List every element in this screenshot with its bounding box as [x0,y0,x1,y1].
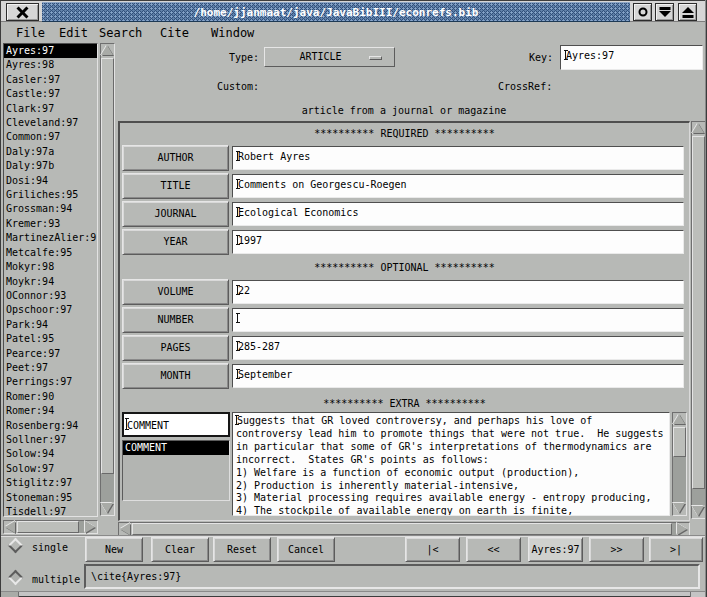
scrollbar-thumb[interactable] [692,136,705,489]
multiple-radio[interactable] [8,570,24,586]
reference-list-item[interactable]: Metcalfe:95 [4,246,97,260]
scroll-left-arrow[interactable] [120,523,130,535]
scroll-left-arrow[interactable] [5,521,15,533]
scrollbar-thumb[interactable] [673,427,686,457]
form-horizontal-scrollbar[interactable] [118,522,690,536]
reference-list-item[interactable]: Common:97 [4,130,97,144]
list-horizontal-scrollbar[interactable] [3,520,98,534]
field-input-volume[interactable]: 22 [232,280,684,304]
reference-list-item[interactable]: Rosenberg:94 [4,419,97,433]
reference-list-item[interactable]: Patel:95 [4,332,97,346]
window-frame-bottom[interactable] [1,591,707,597]
minimize-button[interactable] [655,3,674,21]
scrollbar-trough[interactable] [673,457,686,502]
comment-textarea[interactable]: Suggests that GR loved controversy, and … [232,412,670,516]
field-label-title[interactable]: TITLE [122,173,229,199]
cite-input[interactable]: \cite{Ayres:97} [84,564,700,589]
reference-list-item[interactable]: Perrings:97 [4,375,97,389]
scroll-up-arrow[interactable] [101,45,113,55]
reference-list-item[interactable]: Daly:97a [4,145,97,159]
scrollbar-trough[interactable] [692,489,705,505]
menu-window[interactable]: Window [211,23,254,43]
reference-list-item[interactable]: Kremer:93 [4,217,97,231]
menu-search[interactable]: Search [99,23,142,43]
reference-list-item[interactable]: OConnor:93 [4,289,97,303]
reset-button[interactable]: Reset [213,537,271,562]
reference-list-item[interactable]: Daly:97b [4,159,97,173]
reference-list-item[interactable]: MartinezAlier:9 [4,231,97,245]
clear-button[interactable]: Clear [151,537,209,562]
scrollbar-trough[interactable] [79,521,84,533]
window-menu-button[interactable] [633,3,652,21]
field-label-author[interactable]: AUTHOR [122,145,229,171]
field-input-year[interactable]: 1997 [232,230,684,254]
comment-vertical-scrollbar[interactable] [672,412,687,516]
scrollbar-trough[interactable] [101,474,114,502]
scrollbar-thumb[interactable] [132,523,672,535]
field-input-title[interactable]: Comments on Georgescu-Roegen [232,174,684,198]
close-button[interactable] [6,3,39,21]
nav-next-button[interactable]: >> [589,537,644,562]
reference-list-item[interactable]: Ayres:97 [4,44,97,58]
reference-list-item[interactable]: Sollner:97 [4,433,97,447]
scrollbar-thumb[interactable] [17,521,79,533]
field-input-month[interactable]: September [232,364,684,388]
window-title[interactable]: /home/jjanmaat/java/JavaBibIII/econrefs.… [42,2,630,22]
reference-list-item[interactable]: Clark:97 [4,102,97,116]
reference-list-item[interactable]: Grossman:94 [4,202,97,216]
reference-list-item[interactable]: Romer:90 [4,390,97,404]
reference-list-item[interactable]: Tisdell:97 [4,505,97,517]
window-resize-corner-bottom-left[interactable] [1,592,19,597]
field-label-year[interactable]: YEAR [122,229,229,255]
scroll-down-arrow[interactable] [673,503,685,513]
scroll-up-arrow[interactable] [673,414,685,424]
reference-list-item[interactable]: Romer:94 [4,404,97,418]
titlebar[interactable]: /home/jjanmaat/java/JavaBibIII/econrefs.… [1,0,706,22]
field-input-number[interactable] [232,308,684,332]
menu-cite[interactable]: Cite [160,23,189,43]
scrollbar-trough[interactable] [672,523,676,535]
reference-list-item[interactable]: Pearce:97 [4,347,97,361]
field-label-number[interactable]: NUMBER [122,307,229,333]
field-input-author[interactable]: Robert Ayres [232,146,684,170]
nav-previous-button[interactable]: << [466,537,521,562]
form-vertical-scrollbar[interactable] [691,121,706,519]
reference-list-item[interactable]: Opschoor:97 [4,303,97,317]
reference-list-item[interactable]: Solow:97 [4,462,97,476]
field-input-journal[interactable]: Ecological Economics [232,202,684,226]
reference-list-item[interactable]: Griliches:95 [4,188,97,202]
nav-last-button[interactable]: >| [649,537,703,562]
scroll-up-arrow[interactable] [692,123,704,133]
reference-list-item[interactable]: Dosi:94 [4,174,97,188]
new-button[interactable]: New [85,537,143,562]
reference-list-item[interactable]: Ayres:98 [4,58,97,72]
scroll-right-arrow[interactable] [85,521,95,533]
menu-edit[interactable]: Edit [59,23,88,43]
type-dropdown[interactable]: ARTICLE [264,47,395,67]
cancel-button[interactable]: Cancel [277,537,335,562]
field-input-pages[interactable]: 285-287 [232,336,684,360]
field-label-journal[interactable]: JOURNAL [122,201,229,227]
reference-list[interactable]: Ayres:97Ayres:98Casler:97Castle:97Clark:… [3,43,98,517]
list-vertical-scrollbar[interactable] [100,43,115,516]
scroll-down-arrow[interactable] [692,506,704,516]
extra-field-list-item[interactable]: COMMENT [123,441,229,455]
field-label-pages[interactable]: PAGES [122,335,229,361]
scroll-right-arrow[interactable] [677,523,687,535]
reference-list-item[interactable]: Stoneman:95 [4,491,97,505]
maximize-button[interactable] [678,3,697,21]
reference-list-item[interactable]: Moykr:94 [4,275,97,289]
scrollbar-thumb[interactable] [101,58,114,474]
extra-field-list[interactable]: COMMENT [122,440,230,501]
field-label-month[interactable]: MONTH [122,363,229,389]
reference-list-item[interactable]: Cleveland:97 [4,116,97,130]
menu-file[interactable]: File [16,23,45,43]
reference-list-item[interactable]: Mokyr:98 [4,260,97,274]
reference-list-item[interactable]: Stiglitz:97 [4,476,97,490]
nav-first-button[interactable]: |< [405,537,460,562]
field-label-volume[interactable]: VOLUME [122,279,229,305]
key-input[interactable]: Ayres:97 [560,45,703,70]
extra-field-name-input[interactable]: COMMENT [122,412,230,437]
reference-list-item[interactable]: Casler:97 [4,73,97,87]
reference-list-item[interactable]: Peet:97 [4,361,97,375]
